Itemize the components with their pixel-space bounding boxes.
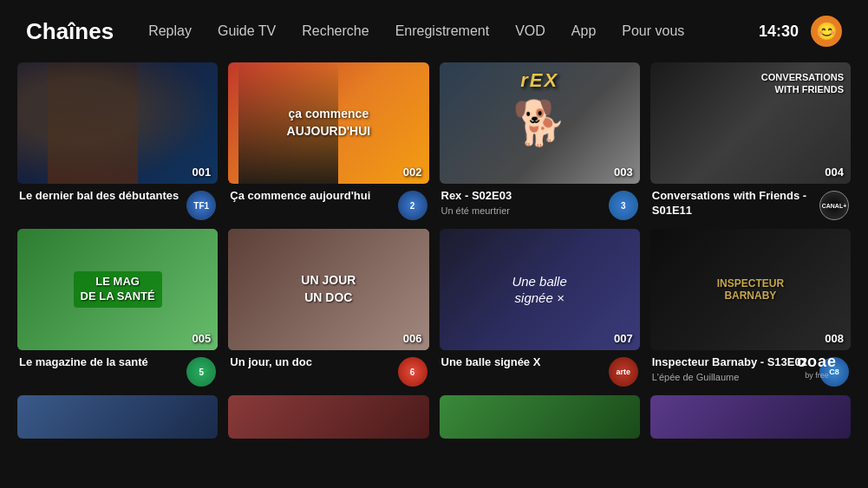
- nav-enregistrement[interactable]: Enregistrement: [395, 23, 490, 39]
- bottom-peek-row: [0, 395, 868, 439]
- thumb-overlay-006: UN JOURUN DOC: [301, 272, 356, 306]
- channel-card-006[interactable]: UN JOURUN DOC 006 Un jour, un doc 6: [228, 229, 428, 387]
- nav-replay[interactable]: Replay: [148, 23, 192, 39]
- bottom-peek-1[interactable]: [17, 395, 218, 439]
- card-title-005: Le magazine de la santé: [19, 355, 181, 370]
- nav-pour-vous[interactable]: Pour vous: [622, 23, 684, 39]
- header: Chaînes Replay Guide TV Recherche Enregi…: [0, 0, 868, 62]
- card-text-007: Une balle signée X: [441, 355, 604, 370]
- channel-card-003[interactable]: rEX 003 Rex - S02E03 Un été meurtrier 3: [440, 62, 640, 220]
- card-text-001: Le dernier bal des débutantes: [19, 189, 181, 204]
- channel-number-002: 002: [403, 166, 422, 179]
- channel-logo-003: 3: [609, 191, 638, 220]
- card-title-007: Une balle signée X: [441, 355, 604, 370]
- card-text-002: Ça commence aujourd'hui: [230, 189, 392, 204]
- channel-number-001: 001: [193, 166, 212, 179]
- bottom-peek-4[interactable]: [650, 395, 851, 439]
- card-title-006: Un jour, un doc: [230, 355, 392, 370]
- ooae-watermark: ooae by free: [797, 353, 837, 380]
- nav-recherche[interactable]: Recherche: [302, 23, 369, 39]
- channel-number-008: 008: [825, 332, 844, 345]
- card-info-004: Conversations with Friends - S01E11 CANA…: [650, 189, 851, 220]
- thumb-overlay-007: Une ballesignée ×: [512, 273, 566, 307]
- card-subtitle-003: Un été meurtrier: [441, 205, 604, 216]
- channel-logo-005: 5: [186, 357, 216, 387]
- card-info-007: Une balle signée X arte: [440, 355, 640, 387]
- card-info-003: Rex - S02E03 Un été meurtrier 3: [440, 189, 640, 220]
- card-text-008: Inspecteur Barnaby - S13E02 L'épée de Gu…: [652, 355, 814, 382]
- logo-label-004: CANAL+: [822, 203, 847, 209]
- thumbnail-005: LE MAGDE LA SANTÉ 005: [17, 229, 218, 350]
- nav-guide-tv[interactable]: Guide TV: [218, 23, 276, 39]
- ooae-sub: by free: [805, 371, 829, 380]
- channel-grid-top: 001 Le dernier bal des débutantes TF1 ça…: [0, 62, 868, 220]
- nav-vod[interactable]: VOD: [515, 23, 545, 39]
- card-title-001: Le dernier bal des débutantes: [19, 189, 181, 204]
- channel-number-005: 005: [193, 332, 212, 345]
- channel-card-002[interactable]: ça commenceAUJOURD'HUI 002 Ça commence a…: [228, 62, 428, 220]
- thumb-overlay-005: LE MAGDE LA SANTÉ: [74, 271, 162, 308]
- channel-number-004: 004: [825, 166, 844, 179]
- logo-label-003: 3: [621, 201, 626, 211]
- channel-grid-bottom: LE MAGDE LA SANTÉ 005 Le magazine de la …: [0, 229, 868, 387]
- channel-logo-002: 2: [398, 191, 427, 220]
- bottom-peek-2[interactable]: [228, 395, 428, 439]
- logo-label-007: arte: [616, 368, 630, 376]
- card-title-008: Inspecteur Barnaby - S13E02: [652, 355, 814, 370]
- channel-number-003: 003: [614, 166, 633, 179]
- card-info-005: Le magazine de la santé 5: [17, 355, 218, 387]
- thumb-overlay-002: ça commenceAUJOURD'HUI: [287, 106, 371, 140]
- logo-label-006: 6: [410, 368, 415, 377]
- header-right: 14:30 😊: [759, 16, 842, 47]
- thumb-overlay-008: INSPECTEURBARNABY: [717, 277, 784, 303]
- thumbnail-007: Une ballesignée × 007: [440, 229, 640, 350]
- channel-card-005[interactable]: LE MAGDE LA SANTÉ 005 Le magazine de la …: [17, 229, 218, 387]
- thumbnail-004: CONVERSATIONSWITH FRIENDS 004: [650, 62, 851, 184]
- ooae-brand: ooae: [797, 353, 837, 371]
- thumbnail-002: ça commenceAUJOURD'HUI 002: [228, 62, 428, 184]
- channel-logo-001: TF1: [186, 191, 216, 220]
- channel-card-001[interactable]: 001 Le dernier bal des débutantes TF1: [17, 62, 218, 220]
- channel-logo-007: arte: [609, 357, 638, 387]
- thumbnail-008: INSPECTEURBARNABY 008: [650, 229, 851, 350]
- channel-logo-006: 6: [398, 357, 427, 387]
- thumb-title-003: rEX: [440, 69, 640, 92]
- card-title-003: Rex - S02E03: [441, 189, 604, 204]
- thumbnail-006: UN JOURUN DOC 006: [228, 229, 428, 350]
- channel-card-008[interactable]: INSPECTEURBARNABY 008 Inspecteur Barnaby…: [650, 229, 851, 387]
- channel-logo-004: CANAL+: [819, 191, 849, 220]
- card-info-002: Ça commence aujourd'hui 2: [228, 189, 428, 220]
- thumb-overlay-004: CONVERSATIONSWITH FRIENDS: [761, 71, 844, 96]
- bottom-peek-3[interactable]: [440, 395, 640, 439]
- card-info-001: Le dernier bal des débutantes TF1: [17, 189, 218, 220]
- card-title-004: Conversations with Friends - S01E11: [652, 189, 814, 218]
- logo-label-005: 5: [199, 368, 204, 377]
- logo-label-001: TF1: [193, 201, 209, 211]
- nav-app[interactable]: App: [571, 23, 596, 39]
- page-title: Chaînes: [26, 18, 114, 45]
- channel-card-007[interactable]: Une ballesignée × 007 Une balle signée X…: [440, 229, 640, 387]
- card-text-004: Conversations with Friends - S01E11: [652, 189, 814, 218]
- clock: 14:30: [759, 23, 799, 41]
- channel-card-004[interactable]: CONVERSATIONSWITH FRIENDS 004 Conversati…: [650, 62, 851, 220]
- card-text-005: Le magazine de la santé: [19, 355, 181, 370]
- card-text-006: Un jour, un doc: [230, 355, 392, 370]
- card-title-002: Ça commence aujourd'hui: [230, 189, 392, 204]
- channel-number-006: 006: [403, 332, 422, 345]
- card-text-003: Rex - S02E03 Un été meurtrier: [441, 189, 604, 216]
- card-info-006: Un jour, un doc 6: [228, 355, 428, 387]
- thumbnail-003: rEX 003: [440, 62, 640, 184]
- card-subtitle-008: L'épée de Guillaume: [652, 372, 814, 382]
- channel-number-007: 007: [614, 332, 633, 345]
- avatar[interactable]: 😊: [811, 16, 842, 47]
- thumbnail-001: 001: [17, 62, 218, 184]
- logo-label-002: 2: [410, 201, 415, 211]
